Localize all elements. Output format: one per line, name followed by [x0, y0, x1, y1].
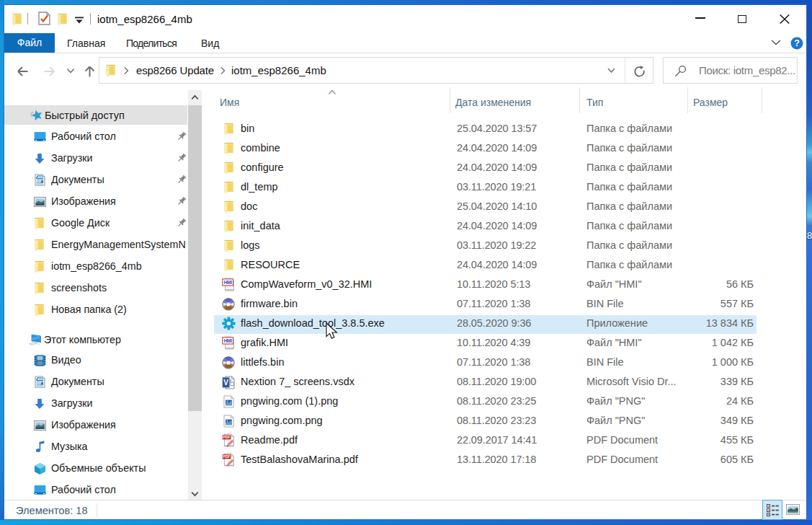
svg-text:?: ?	[794, 38, 800, 48]
svg-text:HMI: HMI	[224, 338, 232, 343]
svg-text:PDF: PDF	[223, 435, 231, 439]
svg-text:HMI: HMI	[224, 280, 232, 285]
svg-text:PDF: PDF	[223, 454, 231, 459]
svg-text:V: V	[223, 379, 228, 387]
